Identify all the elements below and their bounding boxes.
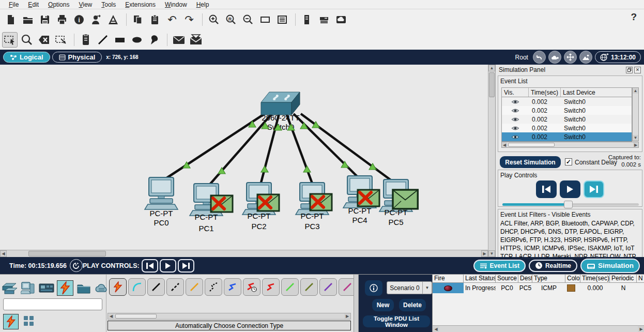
tab-logical[interactable]: Logical [3,52,50,63]
simulation-mode-button[interactable]: Simulation [580,259,640,273]
connection-list-scrollbar[interactable]: ◀ ▶ [108,313,351,320]
switch0-device[interactable] [261,92,300,115]
console-cable-icon[interactable] [128,278,146,296]
activity-wizard-icon[interactable]: i [71,12,87,27]
zoom-reset-icon[interactable]: R [223,12,239,27]
pdu-color-swatch[interactable] [567,284,575,292]
back-button[interactable] [142,259,158,273]
column-vis[interactable]: Vis. [502,88,529,97]
new-scenario-button[interactable]: New [372,299,394,311]
undo-icon[interactable]: ↶ [164,12,180,27]
pdu-col-time[interactable]: Time(sec) [580,275,610,282]
zoom-out-icon[interactable] [240,12,256,27]
event-list-hscrollbar[interactable]: ◀ ▶ [501,142,639,148]
components-category[interactable] [38,280,55,296]
reset-clock-icon[interactable] [70,259,83,272]
device-search-field[interactable] [3,298,102,310]
custom-devices-dialog-icon[interactable] [274,12,290,27]
event-row[interactable]: 0.002 Switch0 [502,97,632,106]
column-last-device[interactable]: Last Device [561,88,632,97]
event-list-table[interactable]: Vis. Time(sec) Last Device 0.002 Switch0… [501,87,632,142]
pdu-col-color[interactable]: Color [565,275,580,282]
event-row[interactable]: 0.002 Switch0 [502,124,632,132]
menu-window[interactable]: Window [160,1,192,8]
add-complex-pdu-icon[interactable] [188,32,204,48]
move-object-button[interactable] [564,51,577,64]
end-devices-category[interactable] [20,280,36,296]
scroll-right-arrow[interactable]: ▶ [481,250,488,257]
pdu-col-last-status[interactable]: Last Status [464,275,496,282]
pdu-table-scrollbar[interactable]: ◀ ▶ [433,325,644,332]
multiuser-icon[interactable] [88,12,104,27]
pdu-col-source[interactable]: Source [496,275,518,282]
topology-canvas[interactable]: 2960-24TT Switch0 [0,65,488,250]
set-background-button[interactable] [579,51,592,64]
menu-extensions[interactable]: Extensions [120,1,160,8]
pc0-device[interactable] [145,177,178,209]
copper-straight-icon[interactable] [147,278,165,296]
serial-dte-icon[interactable] [262,278,280,296]
realtime-mode-button[interactable]: Realtime [529,260,577,272]
inspect-tool-icon[interactable] [19,32,35,48]
play-speed-slider[interactable] [502,203,639,206]
redo-icon[interactable]: ↷ [181,12,197,27]
usb-cable-icon[interactable] [319,278,337,296]
phone-cable-icon[interactable] [205,278,222,296]
device-template-manager-icon[interactable] [316,12,332,27]
constant-delay-checkbox[interactable]: ✓ [565,158,572,165]
iot-custom-cable-icon[interactable] [300,278,318,296]
network-devices-category[interactable] [1,280,18,296]
miscellaneous-category[interactable] [75,280,92,296]
event-list-button[interactable]: Event List [473,260,526,272]
event-list-vscrollbar[interactable]: ▲ ▼ [632,87,639,141]
paste-icon[interactable] [147,12,163,27]
menu-tools[interactable]: Tools [97,1,120,8]
forward-button[interactable] [178,259,194,273]
fire-pdu-button[interactable] [433,283,464,293]
menu-help[interactable]: Help [192,1,214,8]
scenario-dropdown[interactable]: Scenario 0 ▼ [387,281,432,294]
scenario-info-button[interactable] [365,280,382,296]
place-note-tool-icon[interactable] [78,32,94,48]
scroll-down-arrow[interactable]: ▼ [488,250,495,257]
pdu-list-table[interactable]: Fire Last Status Source Desti Type Color… [432,275,644,332]
copper-crossover-icon[interactable] [166,278,184,296]
network-clock[interactable]: 13:12:00 [595,51,641,63]
menu-file[interactable]: File [4,1,23,8]
event-row[interactable]: 0.002 Switch0 [502,106,632,115]
fire-dot-icon[interactable] [444,285,452,291]
pdu-row[interactable]: In Progress PC0 PC5 ICMP 0.000 N [433,283,644,293]
menu-options[interactable]: Options [43,1,74,8]
pdu-col-periodic[interactable]: Periodic [610,275,637,282]
close-panel-icon[interactable]: ✕ [634,67,641,73]
canvas-horizontal-scrollbar[interactable]: ◀ ▶ [0,250,488,257]
dropdown-arrow-icon[interactable]: ▼ [422,282,432,294]
scroll-left-arrow[interactable]: ◀ [0,250,7,257]
toggle-pdu-list-button[interactable]: Toggle PDU List Window [363,315,430,327]
resize-shape-tool-icon[interactable] [53,32,69,48]
pdu-col-type[interactable]: Type [532,275,565,282]
zoom-in-icon[interactable] [206,12,222,27]
selected-connection-type-icon[interactable] [3,314,19,329]
coaxial-cable-icon[interactable] [224,278,241,296]
delete-tool-icon[interactable] [36,32,52,48]
octal-cable-icon[interactable] [281,278,299,296]
add-simple-pdu-icon[interactable] [171,32,187,48]
new-file-icon[interactable] [3,12,19,27]
draw-freeform-tool-icon[interactable] [146,32,162,48]
event-row-selected[interactable]: 0.002 Switch0 [502,132,632,141]
menu-view[interactable]: View [74,1,97,8]
print-icon[interactable] [54,12,70,27]
pdu-col-num[interactable]: N [637,275,644,282]
fiber-cable-icon[interactable] [186,278,203,296]
pdu-envelope-delivered[interactable] [393,190,418,209]
custom-cable-icon[interactable] [339,278,354,296]
back-button[interactable] [536,180,557,198]
help-icon[interactable]: ? [631,11,637,23]
network-description-icon[interactable] [299,12,315,27]
drawing-palette-icon[interactable] [257,12,273,27]
new-cluster-button[interactable] [548,51,561,64]
float-panel-icon[interactable] [626,67,633,73]
save-icon[interactable] [37,12,53,27]
scrollbar-thumb[interactable] [28,251,106,256]
